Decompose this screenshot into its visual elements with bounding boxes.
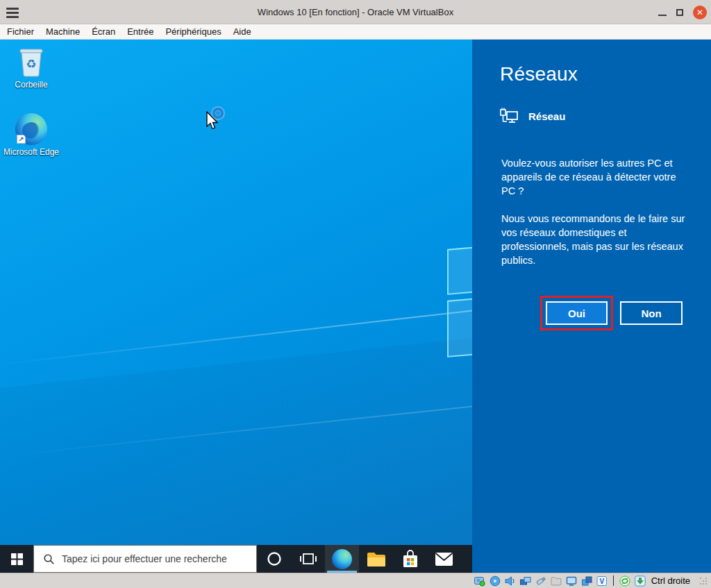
windows-logo-icon [11,553,23,565]
mouse-integration-icon[interactable] [619,576,630,587]
maximize-icon[interactable] [676,9,683,16]
menu-fichier[interactable]: Fichier [7,26,34,37]
recording-icon[interactable] [581,576,592,587]
shared-folders-icon[interactable] [551,576,562,587]
desktop-icon-recycle-bin[interactable]: ♻ Corbeille [6,43,56,90]
microsoft-store-icon [401,550,419,569]
menu-icon[interactable] [6,6,22,19]
no-button[interactable]: Non [620,301,683,325]
vm-features-icon[interactable]: V [596,576,608,587]
network-adapters-icon[interactable] [520,576,531,587]
annotation-rectangle: Oui [540,296,613,330]
network-recommendation-text: Nous vous recommandons de le faire sur v… [501,212,687,267]
start-button[interactable] [0,545,33,573]
display-icon[interactable] [566,576,577,587]
windows-taskbar: Tapez ici pour effectuer une recherche [0,545,472,573]
taskbar-mail-button[interactable] [427,545,461,573]
menu-entree[interactable]: Entrée [127,26,153,37]
taskbar-search-input[interactable]: Tapez ici pour effectuer une recherche [33,545,257,573]
menu-peripheriques[interactable]: Périphériques [165,26,221,37]
title-bar: Windows 10 [En fonction] - Oracle VM Vir… [0,0,711,24]
shortcut-arrow-icon: ↗ [17,135,26,144]
wallpaper-window-pane [447,298,472,358]
minimize-icon[interactable] [658,15,667,16]
network-flyout-panel: Réseaux Réseau Voulez-vous autoriser les… [472,40,711,573]
vbox-status-bar: V Ctrl droite [0,573,711,588]
desktop-icon-label: Microsoft Edge [3,147,59,157]
window-title: Windows 10 [En fonction] - Oracle VM Vir… [0,7,711,17]
search-placeholder: Tapez ici pour effectuer une recherche [62,553,227,564]
edge-icon [332,549,352,569]
taskbar-edge-button[interactable] [325,545,359,573]
search-icon [43,553,55,565]
cortana-icon [266,551,283,567]
svg-text:♻: ♻ [26,58,36,71]
menu-aide[interactable]: Aide [233,26,251,37]
desktop-icon-microsoft-edge[interactable]: ↗ Microsoft Edge [6,113,56,157]
mail-icon [435,552,453,566]
file-explorer-icon [367,551,386,567]
taskbar-file-explorer-button[interactable] [359,545,393,573]
network-list-item[interactable]: Réseau [500,108,711,124]
mouse-cursor [206,111,219,131]
virtualbox-window: Windows 10 [En fonction] - Oracle VM Vir… [0,0,711,588]
host-key-label: Ctrl droite [651,576,690,586]
task-view-icon [300,551,317,566]
optical-drives-icon[interactable] [490,576,501,587]
resize-grip[interactable] [699,576,708,586]
taskbar-cortana-button[interactable] [257,545,291,573]
edge-icon: ↗ [15,113,47,145]
menu-ecran[interactable]: Écran [92,26,115,37]
menu-machine[interactable]: Machine [46,26,80,37]
svg-text:V: V [599,577,604,585]
menu-bar: Fichier Machine Écran Entrée Périphériqu… [0,24,711,40]
ethernet-icon [500,108,518,124]
guest-screen: ♻ Corbeille ↗ Microsoft Edge [0,40,711,573]
usb-devices-icon[interactable] [535,576,546,587]
statusbar-separator [613,576,614,586]
hard-disks-icon[interactable] [474,576,485,587]
network-name: Réseau [528,110,565,122]
recycle-bin-icon: ♻ [15,43,47,78]
audio-icon[interactable] [505,576,516,587]
wallpaper-window-pane [447,246,472,295]
yes-button[interactable]: Oui [546,301,608,325]
taskbar-store-button[interactable] [393,545,427,573]
taskbar-task-view-button[interactable] [291,545,325,573]
desktop-icon-label: Corbeille [15,80,47,90]
keyboard-capture-icon[interactable] [635,576,646,587]
close-icon[interactable]: ✕ [693,6,707,19]
windows-desktop: ♻ Corbeille ↗ Microsoft Edge [0,40,472,573]
wallpaper-shade [0,338,472,573]
panel-title: Réseaux [500,63,711,85]
network-question-text: Voulez-vous autoriser les autres PC et a… [501,156,687,198]
